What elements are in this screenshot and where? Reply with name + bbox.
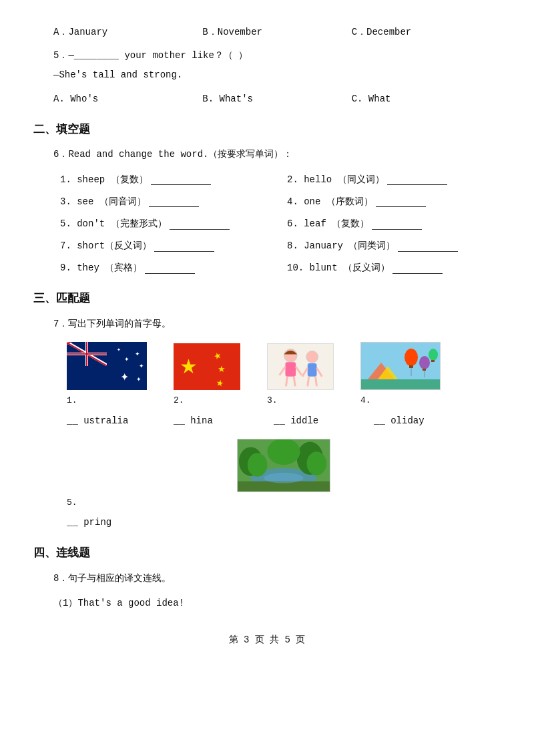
label-middle: __ iddle — [274, 413, 347, 429]
fill-num-5: 5. don't （完整形式） — [60, 216, 167, 232]
cartoon-svg — [268, 343, 333, 390]
fill-grid: 1. sheep （复数） 2. hello （同义词） 3. see （同音词… — [60, 172, 501, 277]
fill-blank-9[interactable] — [145, 263, 195, 274]
svg-line-8 — [302, 368, 308, 377]
question-5-choices: A. Who's B. What's C. What — [53, 91, 501, 108]
fill-item-3: 3. see （同音词） — [60, 194, 274, 210]
fill-blank-2[interactable] — [387, 174, 447, 185]
label-spring: __ pring — [67, 514, 501, 531]
svg-rect-17 — [409, 365, 413, 368]
svg-line-4 — [286, 377, 287, 387]
fill-num-3: 3. see （同音词） — [60, 194, 146, 210]
fill-blank-7[interactable] — [154, 241, 214, 252]
svg-rect-7 — [308, 363, 317, 377]
spring-svg — [238, 439, 330, 492]
fill-item-5: 5. don't （完整形式） — [60, 216, 274, 232]
au-star-2: ✦ — [135, 349, 140, 359]
fill-num-4: 4. one （序数词） — [287, 194, 373, 210]
fill-item-1: 1. sheep （复数） — [60, 172, 274, 188]
svg-point-18 — [419, 356, 430, 369]
fill-num-9: 9. they （宾格） — [60, 260, 142, 276]
svg-point-29 — [307, 451, 327, 475]
fill-num-6: 6. leaf （复数） — [287, 216, 369, 232]
fill-blank-6[interactable] — [372, 219, 422, 230]
fill-blank-1[interactable] — [151, 174, 211, 185]
q6-intro: 6．Read and change the word.（按要求写单词）： — [53, 146, 501, 163]
labels-row: __ ustralia __ hina __ iddle __ oliday — [67, 413, 501, 429]
cn-small-stars: ★ ★ ★ ★ — [207, 349, 226, 390]
fill-item-6: 6. leaf （复数） — [287, 216, 501, 232]
svg-line-11 — [316, 377, 317, 387]
au-star-3: ✦ — [139, 361, 144, 371]
fill-blank-3[interactable] — [149, 196, 199, 207]
img-item-1: ✦ ✦ ✦ ✦ ✦ ✦ 1. — [67, 342, 147, 408]
svg-point-16 — [405, 349, 418, 366]
img-item-5-container: 5. __ pring — [67, 439, 501, 532]
fill-blank-5[interactable] — [170, 219, 230, 230]
svg-rect-21 — [431, 360, 435, 362]
fill-num-10: 10. blunt （反义词） — [287, 260, 390, 276]
fill-blank-10[interactable] — [392, 263, 443, 274]
choice-a-january: A．January — [53, 24, 202, 41]
fill-item-10: 10. blunt （反义词） — [287, 260, 501, 276]
svg-rect-19 — [423, 369, 426, 371]
au-star-4: ✦ — [136, 374, 142, 385]
img-item-3: 3. — [267, 343, 334, 408]
img-item-2: ★ ★ ★ ★ ★ 2. — [174, 343, 240, 408]
fill-blank-4[interactable] — [376, 196, 426, 207]
q8-item-1: （1）That's a good idea! — [53, 595, 501, 612]
china-flag-image: ★ ★ ★ ★ ★ — [174, 343, 240, 390]
svg-point-32 — [264, 473, 303, 484]
australia-flag-image: ✦ ✦ ✦ ✦ ✦ ✦ — [67, 342, 147, 390]
img-item-4: 4. — [360, 342, 441, 408]
img-num-5: 5. — [67, 495, 77, 510]
fill-num-1: 1. sheep （复数） — [60, 172, 148, 188]
au-star-6: ✦ — [117, 346, 121, 355]
q8-intro: 8．句子与相应的译文连线。 — [53, 570, 501, 587]
fill-item-8: 8. January （同类词） — [287, 238, 501, 254]
img-num-3: 3. — [267, 393, 278, 408]
fill-item-4: 4. one （序数词） — [287, 194, 501, 210]
label-china: __ hina — [174, 413, 247, 429]
question-5-answer: —She's tall and strong. — [53, 67, 501, 83]
svg-line-5 — [294, 377, 295, 387]
svg-point-6 — [306, 351, 318, 363]
prev-choices-row: A．January B．November C．December — [53, 24, 501, 41]
au-star-main: ✦ — [120, 368, 129, 387]
balloons-image — [360, 342, 441, 390]
svg-line-9 — [317, 368, 322, 377]
fill-item-7: 7. short（反义词） — [60, 238, 274, 254]
svg-rect-1 — [285, 362, 296, 377]
label-australia: __ ustralia — [67, 413, 147, 429]
fill-num-2: 2. hello （同义词） — [287, 172, 384, 188]
section-3-title: 三、匹配题 — [33, 289, 501, 309]
choice-b-november: B．November — [202, 24, 351, 41]
fill-item-2: 2. hello （同义词） — [287, 172, 501, 188]
img-num-2: 2. — [174, 393, 184, 408]
choice-c-december: C．December — [352, 24, 501, 41]
svg-rect-13 — [361, 379, 441, 390]
fill-num-7: 7. short（反义词） — [60, 238, 152, 254]
fill-blank-8[interactable] — [398, 241, 458, 252]
label-holiday: __ oliday — [374, 413, 454, 429]
fill-item-9: 9. they （宾格） — [60, 260, 274, 276]
au-star-5: ✦ — [124, 354, 129, 365]
fill-num-8: 8. January （同类词） — [287, 238, 395, 254]
spring-image — [237, 439, 330, 492]
svg-line-3 — [296, 367, 302, 375]
q7-intro: 7．写出下列单词的首字母。 — [53, 316, 501, 333]
svg-line-10 — [308, 377, 309, 387]
section-2-title: 二、填空题 — [33, 120, 501, 140]
img-item-5: 5. — [67, 439, 501, 510]
images-row: ✦ ✦ ✦ ✦ ✦ ✦ 1. ★ ★ ★ ★ ★ 2. — [67, 342, 501, 408]
svg-line-2 — [280, 367, 286, 375]
question-5-text: 5．—________ your mother like？（ ） — [53, 47, 501, 64]
q5-choice-a: A. Who's — [53, 91, 202, 108]
svg-point-27 — [248, 453, 268, 476]
img-num-4: 4. — [360, 393, 371, 408]
q5-choice-c: C. What — [352, 91, 501, 108]
section-4-title: 四、连线题 — [33, 543, 501, 564]
svg-point-30 — [267, 439, 300, 465]
page-number: 第 3 页 共 5 页 — [33, 632, 501, 648]
cartoon-figures-image — [267, 343, 334, 390]
